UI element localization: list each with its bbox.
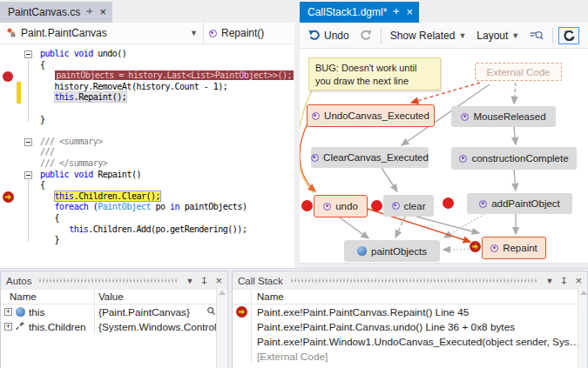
- autos-panel: Autos ▼ × Name Value +this{Paint.PaintCa…: [0, 271, 228, 368]
- close-icon[interactable]: ×: [575, 274, 582, 287]
- graph-node-external-code[interactable]: External Code: [475, 63, 562, 81]
- method-icon: [209, 30, 217, 37]
- class-dropdown[interactable]: Paint.PaintCanvas ▼: [0, 23, 204, 43]
- scroll-up-icon[interactable]: [219, 291, 226, 295]
- class-name: Paint.PaintCanvas: [21, 27, 107, 39]
- code-line[interactable]: history.RemoveAt(history.Count - 1);: [0, 82, 294, 93]
- method-icon: [312, 112, 320, 120]
- tab-title: CallStack1.dgml*: [308, 6, 387, 18]
- pin-icon[interactable]: [392, 6, 401, 18]
- node-label: ClearCanvas_Executed: [323, 152, 429, 163]
- graph-node-addpaintobject[interactable]: addPaintObject: [467, 193, 572, 214]
- callstack-panel: Call Stack ▼ × Name Paint.exe!Paint.Pain…: [232, 271, 588, 368]
- auto-refresh-toggle[interactable]: [558, 27, 579, 44]
- close-icon[interactable]: ×: [215, 274, 222, 287]
- frame-text: Paint.exe!Paint.PaintCanvas.Repaint() Li…: [252, 306, 469, 318]
- graph-node-paintobjects[interactable]: paintObjects: [344, 240, 440, 262]
- callstack-scrollbar[interactable]: [578, 287, 587, 368]
- graph-note-bug-note[interactable]: BUG: Doesn't work untilyou draw the next…: [308, 57, 441, 90]
- wrench-icon: [16, 321, 25, 333]
- method-icon: [461, 113, 469, 121]
- graph-node-clear[interactable]: clear: [383, 195, 434, 217]
- zoom-tools-button[interactable]: [526, 28, 547, 43]
- current-frame-icon: [236, 306, 247, 318]
- frame-margin: [233, 349, 252, 364]
- tab-title: PaintCanvas.cs: [8, 6, 80, 18]
- code-line[interactable]: {: [0, 180, 294, 191]
- graph-node-mousereleased[interactable]: MouseReleased: [451, 106, 556, 127]
- node-label: constructionComplete: [471, 153, 568, 164]
- code-line[interactable]: paintObjects = history.Last<List>PaintOb…: [0, 70, 294, 82]
- close-icon[interactable]: ×: [99, 8, 106, 17]
- breakpoint-badge[interactable]: [443, 197, 454, 209]
- drag-grip[interactable]: [290, 278, 539, 283]
- layout-button[interactable]: Layout ▼: [473, 28, 523, 43]
- tab-paintcanvas-cs[interactable]: PaintCanvas.cs ×: [0, 2, 112, 23]
- document-area: PaintCanvas.cs × Paint.PaintCanvas ▼ Rep…: [0, 0, 588, 268]
- code-line[interactable]: {: [0, 60, 294, 71]
- close-icon[interactable]: ×: [406, 8, 413, 17]
- graph-node-undo[interactable]: undo: [314, 195, 368, 217]
- autos-scrollbar[interactable]: [216, 287, 226, 368]
- code-line[interactable]: this.Children.Add(po.getRendering());: [0, 224, 294, 236]
- code-line[interactable]: public void undo(): [0, 49, 294, 60]
- redo-button[interactable]: [356, 28, 375, 43]
- code-line[interactable]: }: [0, 235, 294, 246]
- code-line[interactable]: [0, 104, 294, 115]
- node-label: clear: [404, 201, 426, 211]
- code-line[interactable]: [0, 125, 294, 137]
- graph-node-clearcanvas-executed[interactable]: ClearCanvas_Executed: [311, 147, 429, 168]
- panel-title: Autos: [6, 276, 31, 286]
- graph-node-undocanvas-executed[interactable]: UndoCanvas_Executed: [307, 104, 435, 127]
- code-line[interactable]: public void Repaint(): [0, 170, 294, 181]
- breakpoint-badge[interactable]: [371, 200, 382, 211]
- node-label: undo: [335, 201, 358, 211]
- code-line[interactable]: this.Children.Clear();: [0, 191, 294, 203]
- pin-icon[interactable]: [560, 277, 568, 285]
- callstack-frame[interactable]: Paint.exe!Paint.Paint.Canvas.undo() Line…: [233, 319, 578, 334]
- autos-row[interactable]: +this{Paint.PaintCanvas}▼: [1, 304, 227, 319]
- code-line[interactable]: ///: [0, 147, 294, 158]
- method-dropdown[interactable]: Repaint(): [204, 23, 269, 43]
- frame-margin: [233, 334, 252, 349]
- column-name: Name: [1, 290, 95, 304]
- expander-icon[interactable]: +: [4, 323, 12, 331]
- breakpoint-badge[interactable]: [301, 200, 313, 211]
- drag-grip[interactable]: [38, 278, 179, 283]
- window-menu-icon[interactable]: ▼: [186, 277, 193, 285]
- autos-row[interactable]: +this.Children{System.Windows.Controls: [1, 319, 227, 334]
- code-line[interactable]: this.Repaint();: [0, 92, 294, 104]
- undo-icon: [308, 30, 321, 41]
- code-line[interactable]: }: [0, 115, 294, 126]
- tab-callstack1-dgml[interactable]: CallStack1.dgml* ×: [300, 2, 419, 23]
- graph-canvas[interactable]: BUG: Doesn't work untilyou draw the next…: [300, 49, 588, 263]
- node-label: paintObjects: [371, 246, 427, 257]
- callstack-frame[interactable]: [External Code]: [233, 349, 578, 364]
- code-line[interactable]: {: [0, 213, 294, 224]
- highlight-bp: paintObjects = history.Last<List>PaintOb…: [55, 70, 294, 80]
- graph-node-repaint[interactable]: Repaint: [482, 237, 546, 259]
- callstack-frame[interactable]: Paint.exe!Paint.PaintCanvas.Repaint() Li…: [233, 304, 578, 319]
- expander-icon[interactable]: +: [4, 308, 12, 316]
- magnifier-icon[interactable]: [206, 306, 216, 318]
- method-name: Repaint(): [221, 27, 264, 39]
- code-line[interactable]: /// </summary>: [0, 158, 294, 170]
- undo-button[interactable]: Undo: [305, 28, 353, 43]
- method-icon: [323, 203, 331, 211]
- method-icon: [392, 202, 400, 210]
- node-label: UndoCanvas_Executed: [324, 110, 429, 121]
- graph-node-constructioncomplete[interactable]: constructionComplete: [451, 147, 577, 170]
- autos-header: Name Value: [1, 290, 227, 304]
- current-statement-badge[interactable]: [470, 241, 481, 252]
- show-related-button[interactable]: Show Related ▼: [387, 28, 470, 43]
- field-icon: [16, 307, 25, 317]
- callstack-header: Name: [233, 290, 587, 304]
- code-line[interactable]: foreach (PaintObject po in paintObjects): [0, 202, 294, 213]
- callstack-frame[interactable]: Paint.exe!Paint.Window1.UndoCanvas_Execu…: [233, 334, 578, 349]
- code-line[interactable]: /// <summary>: [0, 137, 294, 148]
- code-area[interactable]: public void undo(){ paintObjects = histo…: [0, 44, 294, 268]
- scroll-up-icon[interactable]: [580, 291, 587, 295]
- pin-icon[interactable]: [200, 277, 208, 285]
- pin-icon[interactable]: [85, 6, 94, 18]
- window-menu-icon[interactable]: ▼: [545, 277, 553, 285]
